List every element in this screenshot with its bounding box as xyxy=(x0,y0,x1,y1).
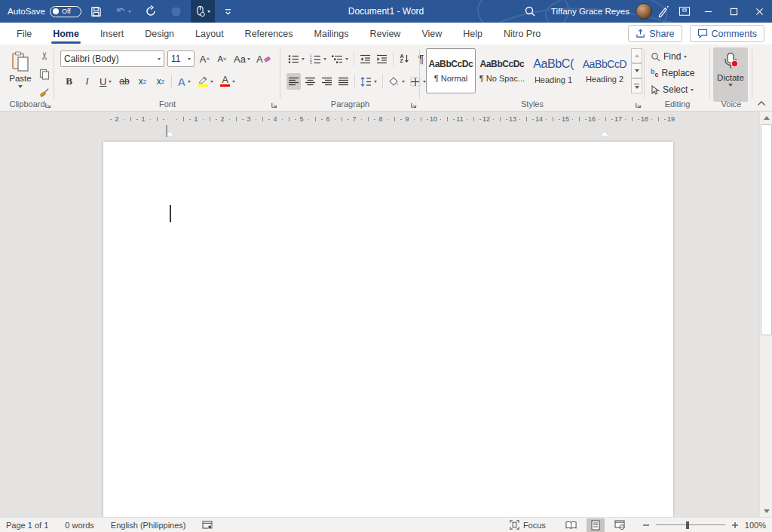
style-heading-1[interactable]: AaBbC( Heading 1 xyxy=(528,48,578,93)
subscript-button[interactable]: x2 xyxy=(135,73,149,90)
font-size-select[interactable]: 11 xyxy=(167,50,195,67)
paste-button[interactable]: Paste xyxy=(5,48,36,104)
increase-indent-button[interactable] xyxy=(375,50,389,67)
tab-layout[interactable]: Layout xyxy=(186,24,233,44)
clear-formatting-button[interactable]: A xyxy=(255,50,272,67)
scroll-down-button[interactable] xyxy=(760,505,772,517)
font-color-button[interactable]: A xyxy=(219,73,237,90)
font-family-select[interactable]: Calibri (Body) xyxy=(60,50,164,67)
read-mode-button[interactable] xyxy=(562,518,581,532)
ruler-tick xyxy=(453,119,455,121)
left-indent-marker[interactable] xyxy=(166,126,167,136)
align-center-button[interactable] xyxy=(303,73,317,90)
focus-mode-button[interactable]: Focus xyxy=(510,520,546,530)
ruler-tick xyxy=(262,117,263,121)
scroll-up-button[interactable] xyxy=(760,112,772,124)
bold-button[interactable]: B xyxy=(62,73,76,90)
superscript-button[interactable]: x2 xyxy=(153,73,167,90)
cut-button[interactable]: ✂ xyxy=(36,47,53,64)
find-button[interactable]: Find xyxy=(651,49,687,64)
sort-button[interactable]: A Z xyxy=(397,50,412,67)
strikethrough-button[interactable]: ab xyxy=(117,73,131,90)
quick-access-extra-button[interactable] xyxy=(166,1,186,22)
shrink-font-button[interactable]: A˅ xyxy=(215,50,229,67)
autosave-toggle[interactable]: Off xyxy=(50,6,81,17)
word-count[interactable]: 0 words xyxy=(65,521,94,530)
decrease-indent-button[interactable] xyxy=(358,50,372,67)
tab-references[interactable]: References xyxy=(236,24,302,44)
text-effects-button[interactable]: A xyxy=(176,73,192,90)
style-normal[interactable]: AaBbCcDc ¶ Normal xyxy=(426,48,476,93)
style-heading-2[interactable]: AaBbCcD Heading 2 xyxy=(580,48,630,93)
macro-record-button[interactable] xyxy=(202,521,213,530)
undo-button[interactable] xyxy=(111,1,136,22)
text-highlight-button[interactable] xyxy=(196,73,215,90)
autosave-toggle-knob xyxy=(53,8,59,14)
italic-button[interactable]: I xyxy=(80,73,94,90)
tab-nitro-pro[interactable]: Nitro Pro xyxy=(495,24,550,44)
line-spacing-button[interactable] xyxy=(359,73,378,90)
zoom-out-button[interactable] xyxy=(642,521,650,529)
print-layout-button[interactable] xyxy=(587,518,605,532)
copy-button[interactable] xyxy=(36,66,53,82)
web-layout-button[interactable] xyxy=(611,518,629,532)
share-button[interactable]: Share xyxy=(628,25,682,42)
styles-scroll-up-button[interactable] xyxy=(631,48,642,63)
zoom-level[interactable]: 100% xyxy=(745,521,766,530)
minimize-button[interactable] xyxy=(695,0,721,23)
tab-insert[interactable]: Insert xyxy=(91,24,133,44)
tab-help[interactable]: Help xyxy=(454,24,492,44)
tab-view[interactable]: View xyxy=(412,24,451,44)
dictate-button[interactable]: Dictate xyxy=(713,47,748,102)
right-indent-marker[interactable] xyxy=(601,121,608,131)
page-indicator[interactable]: Page 1 of 1 xyxy=(6,521,48,530)
styles-scroll-down-button[interactable] xyxy=(631,63,642,78)
shading-button[interactable] xyxy=(387,73,406,90)
format-painter-button[interactable] xyxy=(36,84,53,100)
ink-editor-button[interactable] xyxy=(652,1,674,22)
close-button[interactable] xyxy=(746,0,772,23)
user-name[interactable]: Tiffany Grace Reyes xyxy=(551,7,630,16)
underline-button[interactable]: U xyxy=(98,73,113,90)
vertical-scrollbar[interactable] xyxy=(759,112,772,517)
tab-home[interactable]: Home xyxy=(44,24,88,44)
ribbon-display-options-button[interactable] xyxy=(674,1,695,22)
comments-button[interactable]: Comments xyxy=(690,25,764,42)
tab-design[interactable]: Design xyxy=(136,24,183,44)
zoom-slider[interactable] xyxy=(656,520,725,530)
collapse-ribbon-button[interactable] xyxy=(757,100,766,106)
zoom-slider-handle[interactable] xyxy=(686,521,689,529)
save-button[interactable] xyxy=(86,1,106,22)
bullets-button[interactable] xyxy=(286,50,306,67)
tab-file[interactable]: File xyxy=(8,24,41,44)
maximize-button[interactable] xyxy=(721,0,746,23)
styles-more-button[interactable] xyxy=(631,78,642,93)
scrollbar-thumb[interactable] xyxy=(761,124,772,335)
align-left-button[interactable] xyxy=(286,73,301,90)
select-icon xyxy=(651,85,660,95)
ruler-tick xyxy=(559,119,560,121)
change-case-button[interactable]: Aa xyxy=(232,50,252,67)
search-button[interactable] xyxy=(519,1,541,22)
language-indicator[interactable]: English (Philippines) xyxy=(111,521,186,530)
font-group: Calibri (Body) 11 A˄ A˅ Aa A B I U ab x2… xyxy=(54,44,280,111)
style-no-spacing[interactable]: AaBbCcDc ¶ No Spac... xyxy=(477,48,527,93)
tab-review[interactable]: Review xyxy=(360,24,409,44)
align-right-button[interactable] xyxy=(320,73,334,90)
document-page[interactable] xyxy=(103,142,673,517)
justify-button[interactable] xyxy=(336,73,351,90)
ruler-tick xyxy=(110,119,112,121)
customize-quick-access-button[interactable] xyxy=(219,1,237,22)
grow-font-button[interactable]: A˄ xyxy=(198,50,212,67)
multilevel-list-button[interactable] xyxy=(330,50,350,67)
grow-font-icon: A xyxy=(200,54,207,65)
zoom-in-button[interactable] xyxy=(731,521,739,529)
touch-mouse-mode-button[interactable] xyxy=(191,0,215,23)
user-avatar[interactable] xyxy=(636,3,652,20)
replace-button[interactable]: b c Replace xyxy=(651,66,695,81)
numbering-button[interactable]: 123 xyxy=(308,50,328,67)
select-button[interactable]: Select xyxy=(651,82,694,97)
tab-mailings[interactable]: Mailings xyxy=(305,24,358,44)
redo-button[interactable] xyxy=(140,1,161,22)
ruler-number: 5 xyxy=(299,115,303,123)
